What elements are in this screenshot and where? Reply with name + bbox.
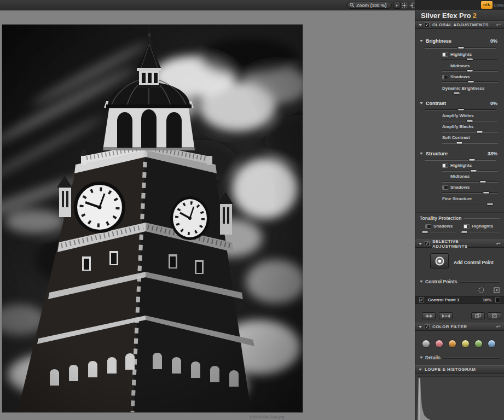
brightness-midtones-label: Midtones — [450, 63, 470, 68]
global-adjustments-header[interactable]: GLOBAL ADJUSTMENTS — [415, 21, 504, 29]
color-filter-yellow[interactable] — [461, 340, 470, 348]
tonality-protection-row: Tonality Protection — [420, 215, 500, 221]
structure-shadows-label: Shadows — [450, 185, 470, 190]
reset-icon[interactable] — [496, 241, 501, 247]
structure-midtones-label: Midtones — [450, 174, 470, 179]
zoom-control[interactable]: Zoom (100 %) — [346, 2, 392, 9]
color-filter-blue[interactable] — [488, 340, 496, 348]
contrast-group-row[interactable]: Contrast 0% — [420, 100, 497, 106]
ungroup-control-points-button[interactable] — [439, 312, 453, 319]
clock-tower-photo — [2, 25, 303, 412]
shadows-range-icon[interactable] — [442, 185, 448, 190]
soft-contrast-slider[interactable] — [442, 141, 498, 144]
structure-midtones-slider[interactable] — [442, 180, 498, 183]
amplify-blacks-label: Amplify Blacks — [442, 124, 473, 129]
global-adjustments-checkbox[interactable] — [425, 22, 430, 27]
contrast-slider[interactable] — [425, 108, 496, 111]
color-filter-checkbox[interactable] — [425, 324, 430, 329]
tonality-shadows-slider[interactable] — [421, 230, 455, 234]
slider-handle[interactable] — [457, 46, 465, 49]
group-control-points-button[interactable] — [422, 312, 436, 319]
color-filter-green[interactable] — [474, 340, 483, 348]
structure-highlights-slider[interactable] — [442, 169, 498, 172]
mask-square-icon[interactable] — [494, 287, 500, 293]
collapse-triangle-icon[interactable] — [420, 102, 423, 104]
adjustments-panel: nik Collection Silver Efex Pro2 GLOBAL A… — [415, 0, 504, 420]
shadows-range-icon[interactable] — [442, 75, 448, 79]
control-point-mask-swatch[interactable] — [495, 298, 500, 302]
loupe-histogram-header[interactable]: LOUPE & HISTOGRAM — [415, 365, 504, 374]
highlights-range-icon[interactable] — [442, 52, 448, 57]
color-filter-red[interactable] — [435, 340, 443, 348]
clock-tower-photo-canvas[interactable] — [2, 25, 303, 412]
collapse-triangle-icon[interactable] — [419, 326, 422, 328]
selective-adjustments-label: SELECTIVE ADJUSTMENTS — [432, 239, 494, 249]
brightness-highlights-slider[interactable] — [442, 57, 498, 61]
silver-efex-pro-window: { "toolbar": { "zoom_label": "Zoom (100 … — [0, 0, 504, 420]
selective-adjustments-checkbox[interactable] — [425, 241, 430, 246]
control-point-checkbox[interactable] — [419, 298, 424, 302]
plugin-title: Silver Efex Pro2 — [415, 10, 504, 21]
structure-group-row[interactable]: Structure 33% — [420, 150, 497, 156]
tonality-shadows-label: Shadows — [433, 224, 453, 229]
add-control-point-label: Add Control Point — [454, 260, 494, 265]
collapse-triangle-icon[interactable] — [419, 243, 422, 245]
brightness-shadows-slider[interactable] — [442, 80, 498, 83]
reset-icon[interactable] — [496, 324, 501, 330]
background-color-selector-icon[interactable] — [401, 2, 408, 9]
structure-shadows-slider[interactable] — [442, 191, 498, 194]
divider — [464, 218, 500, 219]
collapse-triangle-icon[interactable] — [420, 357, 423, 359]
tonality-highlights-row: Highlights — [464, 224, 493, 229]
collapse-triangle-icon[interactable] — [420, 40, 423, 42]
collapse-triangle-icon[interactable] — [420, 153, 423, 155]
color-filter-orange[interactable] — [448, 340, 456, 348]
histogram-curve — [418, 377, 504, 420]
amplify-whites-label: Amplify Whites — [442, 113, 474, 118]
details-row[interactable]: Details — [420, 355, 500, 360]
brightness-midtones-slider[interactable] — [442, 69, 498, 72]
structure-slider[interactable] — [425, 158, 496, 161]
contrast-value: 0% — [490, 101, 497, 106]
selection-circle-icon[interactable] — [478, 287, 484, 293]
tonality-highlights-slider[interactable] — [460, 230, 500, 234]
color-filter-neutral[interactable] — [422, 340, 430, 348]
amplify-blacks-slider[interactable] — [442, 130, 498, 133]
tonality-highlights-label: Highlights — [472, 224, 493, 229]
details-label: Details — [425, 355, 441, 360]
collapse-triangle-icon[interactable] — [420, 281, 423, 283]
fine-structure-slider[interactable] — [442, 202, 498, 206]
highlights-range-icon[interactable] — [442, 164, 448, 168]
zoom-label: Zoom (100 %) — [356, 3, 386, 8]
collapse-triangle-icon[interactable] — [419, 369, 422, 371]
highlights-range-icon[interactable] — [464, 224, 470, 229]
structure-value: 33% — [488, 151, 497, 156]
brightness-slider[interactable] — [425, 46, 496, 49]
histogram-display — [418, 376, 504, 420]
collapse-triangle-icon[interactable] — [419, 24, 422, 26]
global-adjustments-label: GLOBAL ADJUSTMENTS — [432, 22, 489, 27]
brightness-group-row[interactable]: Brightness 0% — [420, 38, 497, 44]
brightness-highlights-label: Highlights — [450, 52, 472, 57]
control-points-label: Control Points — [425, 279, 457, 284]
zoom-menu-arrow-icon[interactable] — [393, 2, 401, 9]
shadows-range-icon[interactable] — [425, 224, 431, 229]
divider — [460, 282, 500, 282]
dynamic-brightness-slider[interactable] — [442, 91, 498, 95]
duplicate-control-point-button[interactable] — [471, 312, 485, 319]
color-filter-header[interactable]: COLOR FILTER — [415, 323, 504, 331]
fine-structure-label: Fine Structure — [442, 196, 472, 201]
reset-icon[interactable] — [496, 22, 501, 28]
control-points-row[interactable]: Control Points — [420, 279, 500, 284]
selective-adjustments-header[interactable]: SELECTIVE ADJUSTMENTS — [415, 240, 504, 248]
brightness-value: 0% — [490, 38, 497, 44]
add-control-point-button[interactable] — [430, 253, 449, 269]
control-point-list-columns — [478, 287, 500, 293]
amplify-whites-slider[interactable] — [442, 119, 498, 122]
control-point-row[interactable]: Control Point 1 10% — [415, 296, 504, 304]
delete-control-point-button[interactable] — [488, 312, 501, 319]
control-point-value: 10% — [483, 298, 491, 302]
divider — [415, 212, 504, 213]
plugin-version: 2 — [473, 11, 477, 20]
color-filter-label: COLOR FILTER — [432, 324, 467, 329]
